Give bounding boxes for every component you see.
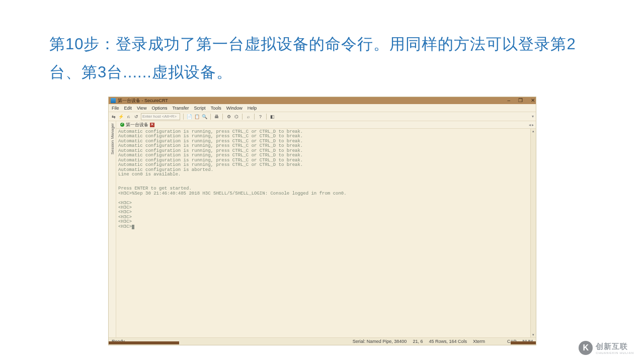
menu-tools[interactable]: Tools — [211, 106, 221, 111]
search-icon[interactable]: 🔍 — [202, 114, 207, 119]
close-button[interactable]: ✕ — [531, 97, 535, 104]
status-connection: Serial: Named Pipe, 38400 — [353, 339, 407, 344]
gear-icon[interactable]: ⌬ — [233, 114, 239, 119]
script-icon[interactable]: ⌕ — [246, 114, 251, 119]
arrow-icon[interactable]: ↺ — [133, 114, 139, 119]
host-input[interactable]: Enter host <Alt+R> — [141, 113, 180, 120]
session-tab-label: 第一台设备 — [126, 122, 148, 128]
status-cursor-pos: 21, 6 — [413, 339, 423, 344]
copy-icon[interactable]: 📄 — [187, 114, 192, 119]
options-icon[interactable]: ⚙ — [226, 114, 231, 119]
help-icon[interactable]: ? — [258, 114, 263, 119]
terminal-output: Automatic configuration is running, pres… — [116, 129, 536, 230]
status-term: Xterm — [473, 339, 485, 344]
status-size: 45 Rows, 164 Cols — [429, 339, 467, 344]
watermark-brand: 创新互联 — [596, 342, 628, 350]
terminal[interactable]: Automatic configuration is running, pres… — [116, 129, 536, 337]
connected-icon — [120, 123, 124, 127]
menu-view[interactable]: View — [137, 106, 146, 111]
print-icon[interactable]: 🖶 — [214, 114, 219, 119]
titlebar[interactable]: 第一台设备 - SecureCRT – ❐ ✕ — [109, 97, 536, 104]
reconnect-icon[interactable]: ⇆ — [111, 114, 116, 119]
toolbar: ⇆ ⚡ ⎌ ↺ Enter host <Alt+R> 📄 📋 🔍 🖶 ⚙ ⌬ ⌕… — [109, 112, 536, 121]
menu-options[interactable]: Options — [151, 106, 167, 111]
cursor — [132, 225, 134, 229]
scroll-down-icon[interactable]: ▾ — [531, 332, 536, 337]
minimize-button[interactable]: – — [507, 97, 510, 104]
app-icon — [111, 98, 116, 103]
menu-transfer[interactable]: Transfer — [172, 106, 189, 111]
menu-edit[interactable]: Edit — [124, 106, 132, 111]
session-tab[interactable]: 第一台设备 ✕ — [118, 122, 156, 128]
securecrt-window: 第一台设备 - SecureCRT – ❐ ✕ File Edit View O… — [108, 97, 536, 345]
disconnect-icon[interactable]: ⎌ — [126, 114, 131, 119]
watermark-sub: CHUANGXIN HULIAN — [596, 351, 634, 354]
toolbar-overflow-icon[interactable]: ▾ — [532, 114, 534, 119]
menu-window[interactable]: Window — [226, 106, 243, 111]
maximize-button[interactable]: ❐ — [518, 97, 523, 104]
tab-nav-icons[interactable]: ◂ ▸ — [529, 123, 534, 127]
session-manager-tab[interactable]: Session Manager — [109, 121, 116, 337]
step-heading: 第10步：登录成功了第一台虚拟设备的命令行。用同样的方法可以登录第2台、第3台.… — [49, 30, 595, 86]
decor-strip — [109, 341, 179, 344]
tabstrip: 第一台设备 ✕ ◂ ▸ — [116, 121, 536, 129]
menubar: File Edit View Options Transfer Script T… — [109, 104, 536, 112]
scrollbar[interactable]: ▴ ▾ — [530, 129, 536, 337]
watermark-logo-icon: K — [579, 341, 593, 355]
close-tab-icon[interactable]: ✕ — [150, 123, 154, 127]
watermark: K 创新互联 CHUANGXIN HULIAN — [579, 341, 634, 355]
pin-icon[interactable]: ◧ — [270, 114, 275, 119]
paste-icon[interactable]: 📋 — [194, 114, 200, 119]
decor-strip — [511, 341, 536, 344]
scroll-up-icon[interactable]: ▴ — [531, 129, 536, 134]
menu-script[interactable]: Script — [194, 106, 206, 111]
menu-help[interactable]: Help — [248, 106, 257, 111]
session-manager-label: Session Manager — [110, 123, 115, 154]
menu-file[interactable]: File — [112, 106, 119, 111]
lightning-icon[interactable]: ⚡ — [118, 114, 124, 119]
window-title: 第一台设备 - SecureCRT — [118, 98, 168, 104]
